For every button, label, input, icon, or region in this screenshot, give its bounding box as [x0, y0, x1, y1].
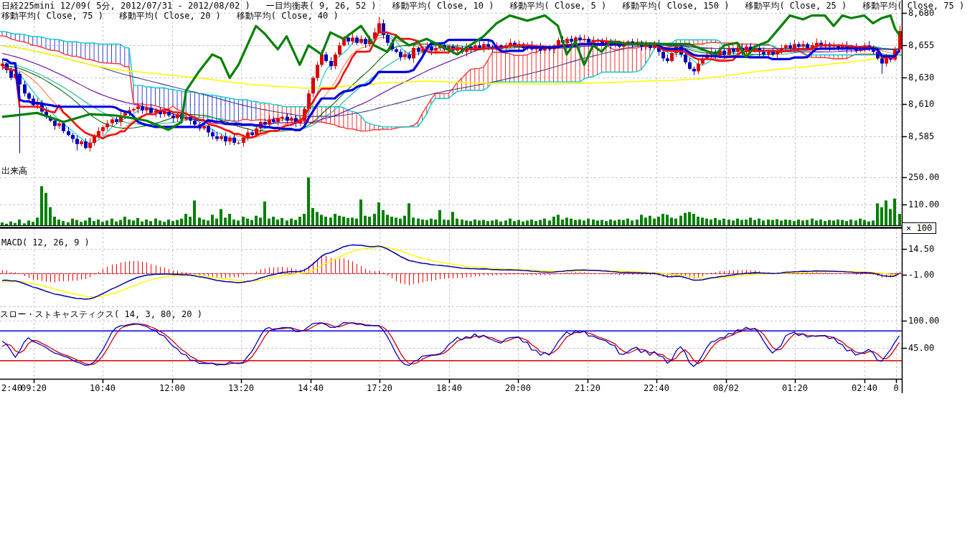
- legend-line-2: 移動平均( Close, 75 )移動平均( Close, 20 )移動平均( …: [1, 11, 354, 21]
- volume-axis-label: 250.00: [908, 172, 939, 182]
- legend-line-1: 日経225mini 12/09( 5分, 2012/07/31 - 2012/0…: [1, 1, 980, 11]
- x-axis-label: 18:40: [429, 383, 469, 393]
- x-axis-label: 22:40: [636, 383, 677, 393]
- x-axis-label: 10:40: [83, 383, 123, 393]
- x-axis-label: 0: [876, 383, 916, 393]
- legend-item: 移動平均( Close, 150 ): [622, 1, 729, 11]
- legend-item: 移動平均( Close, 5 ): [510, 1, 607, 11]
- legend-item: 移動平均( Close, 25 ): [745, 1, 847, 11]
- stoch-panel-label: スロー・ストキャスティクス( 14, 3, 80, 20 ): [0, 309, 202, 321]
- price-axis-label: 8,630: [908, 72, 934, 83]
- x-axis-label: 12:00: [152, 383, 192, 393]
- legend-item: 移動平均( Close, 75 ): [1, 11, 103, 21]
- price-axis-label: 8,585: [908, 131, 934, 141]
- x-axis-label: 14:40: [291, 383, 331, 393]
- legend-item: 移動平均( Close, 20 ): [119, 11, 221, 21]
- stoch-axis-label: 45.00: [908, 343, 934, 353]
- x-axis-label: 21:20: [567, 383, 608, 393]
- price-axis-label: 8,680: [908, 8, 934, 18]
- legend-item: 日経225mini 12/09( 5分, 2012/07/31 - 2012/0…: [1, 1, 250, 11]
- chart-window: 日経225mini 12/09( 5分, 2012/07/31 - 2012/0…: [0, 0, 980, 551]
- volume-multiplier-badge: × 100: [902, 222, 936, 234]
- stoch-axis-label: 100.00: [908, 316, 939, 326]
- x-axis-label: 08/02: [706, 383, 746, 393]
- volume-panel-label: 出来高: [1, 165, 27, 177]
- legend-item: 一目均衡表( 9, 26, 52 ): [266, 1, 377, 11]
- legend-item: 移動平均( Close, 10 ): [392, 1, 494, 11]
- price-axis-label: 8,610: [908, 99, 934, 109]
- x-axis-label: 13:20: [221, 383, 261, 393]
- legend-item: 移動平均( Close, 40 ): [237, 11, 339, 21]
- x-axis-label: 17:20: [359, 383, 400, 393]
- macd-axis-label: -1.00: [908, 270, 934, 280]
- volume-axis-label: 110.00: [908, 199, 939, 209]
- x-axis-label: 09:20: [14, 383, 54, 393]
- macd-panel-label: MACD( 12, 26, 9 ): [1, 237, 90, 248]
- x-axis-label: 20:00: [498, 383, 538, 393]
- macd-axis-label: 14.50: [908, 244, 934, 254]
- price-axis-label: 8,655: [908, 40, 934, 50]
- chart-canvas[interactable]: [0, 0, 980, 551]
- x-axis-label: 01:20: [775, 383, 815, 393]
